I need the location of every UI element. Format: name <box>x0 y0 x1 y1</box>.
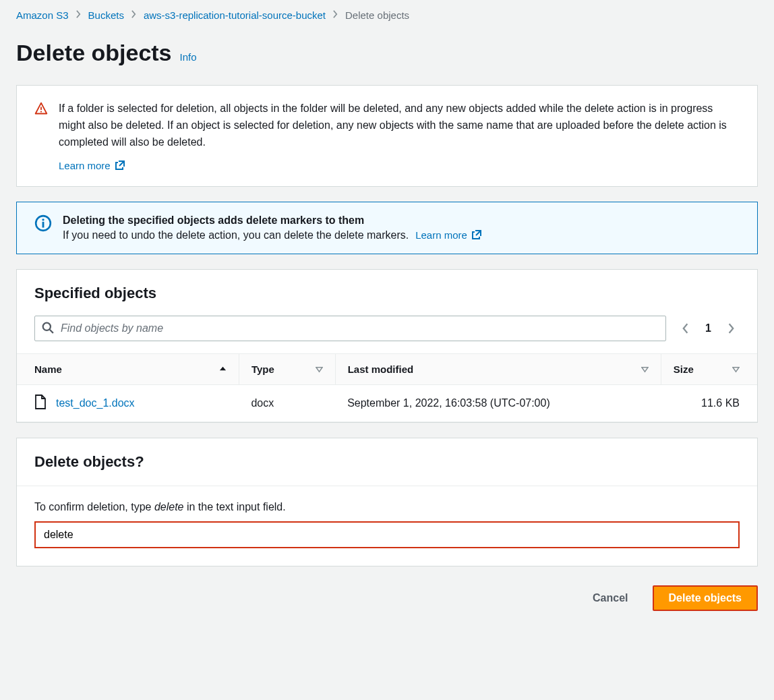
info-link[interactable]: Info <box>180 51 197 63</box>
confirm-heading: Delete objects? <box>34 453 740 471</box>
objects-table: Name Type Last <box>17 353 757 422</box>
chevron-right-icon <box>332 9 338 21</box>
warning-panel: If a folder is selected for deletion, al… <box>16 85 758 187</box>
col-header-size[interactable]: Size <box>661 354 757 385</box>
page-next-button[interactable] <box>727 322 736 334</box>
breadcrumb-current: Delete objects <box>345 9 409 21</box>
sort-icon <box>641 363 649 375</box>
delete-objects-button[interactable]: Delete objects <box>653 585 758 611</box>
sort-asc-icon <box>219 363 227 375</box>
info-banner: Deleting the specified objects adds dele… <box>16 202 758 254</box>
specified-objects-panel: Specified objects 1 Name <box>16 269 758 423</box>
object-modified: September 1, 2022, 16:03:58 (UTC-07:00) <box>335 385 661 422</box>
cancel-button[interactable]: Cancel <box>582 585 638 611</box>
page-title: Delete objects <box>16 40 172 66</box>
breadcrumb: Amazon S3 Buckets aws-s3-replication-tut… <box>16 8 758 30</box>
info-banner-title: Deleting the specified objects adds dele… <box>63 214 482 227</box>
page-prev-button[interactable] <box>681 322 689 334</box>
file-icon <box>34 395 47 412</box>
svg-rect-4 <box>42 222 44 228</box>
search-icon <box>42 322 54 336</box>
breadcrumb-link-bucket-name[interactable]: aws-s3-replication-tutorial-source-bucke… <box>144 9 326 21</box>
confirm-input[interactable] <box>34 521 740 548</box>
info-learn-more-link[interactable]: Learn more <box>415 229 467 241</box>
warning-icon <box>34 102 48 171</box>
object-type: docx <box>239 385 335 422</box>
pagination: 1 <box>677 322 740 334</box>
page-title-row: Delete objects Info <box>16 30 758 85</box>
col-header-modified[interactable]: Last modified <box>335 354 661 385</box>
page-number: 1 <box>705 322 711 334</box>
info-banner-desc: If you need to undo the delete action, y… <box>63 229 409 241</box>
object-name-link[interactable]: test_doc_1.docx <box>56 397 135 409</box>
info-icon <box>34 214 52 241</box>
external-link-icon <box>471 229 482 241</box>
table-row: test_doc_1.docx docx September 1, 2022, … <box>17 385 757 422</box>
search-box[interactable] <box>34 316 666 341</box>
svg-line-6 <box>50 330 53 333</box>
warning-text: If a folder is selected for deletion, al… <box>59 100 740 150</box>
chevron-right-icon <box>131 9 137 21</box>
footer-actions: Cancel Delete objects <box>16 581 758 611</box>
external-link-icon <box>115 160 125 171</box>
svg-point-3 <box>42 219 44 221</box>
sort-icon <box>732 363 740 375</box>
breadcrumb-link-buckets[interactable]: Buckets <box>88 9 124 21</box>
svg-point-1 <box>40 111 42 113</box>
col-header-name[interactable]: Name <box>17 354 239 385</box>
svg-point-5 <box>43 323 51 330</box>
confirm-prompt: To confirm deletion, type delete in the … <box>34 501 740 513</box>
specified-heading: Specified objects <box>34 285 740 302</box>
confirm-panel: Delete objects? To confirm deletion, typ… <box>16 438 758 566</box>
sort-icon <box>316 363 323 375</box>
breadcrumb-link-s3[interactable]: Amazon S3 <box>16 9 69 21</box>
search-input[interactable] <box>61 322 659 334</box>
learn-more-link[interactable]: Learn more <box>59 160 111 171</box>
col-header-type[interactable]: Type <box>239 354 335 385</box>
chevron-right-icon <box>76 9 82 21</box>
object-size: 11.6 KB <box>661 385 757 422</box>
